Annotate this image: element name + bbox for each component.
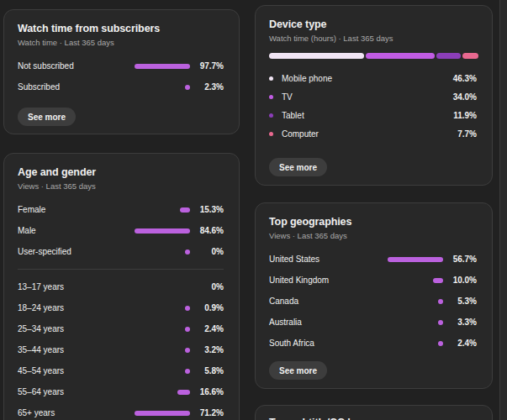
row-dot: [185, 249, 190, 255]
row-value: 2.4%: [448, 339, 477, 348]
right-column: Device type Watch time (hours) · Last 36…: [255, 5, 493, 420]
row-label: Australia: [269, 318, 388, 327]
legend-row-tv: TV34.0%: [269, 87, 477, 106]
row-dot: [185, 369, 190, 374]
stat-row-not-subscribed: Not subscribed97.7%: [18, 55, 224, 76]
stat-rows: Not subscribed97.7%Subscribed2.3%: [4, 49, 239, 97]
stat-row-male: Male84.6%: [18, 220, 224, 241]
group-divider: [18, 269, 224, 270]
row-bar-area: [135, 347, 190, 354]
row-label: 25–34 years: [18, 324, 135, 333]
row-label: 45–54 years: [18, 366, 135, 375]
row-label: United Kingdom: [269, 276, 388, 285]
stat-rows: Female15.3%Male84.6%User-specified0%13–1…: [4, 192, 239, 420]
card-title: Age and gender: [18, 165, 225, 179]
stack-segment-mobile-phone: [269, 53, 364, 59]
row-label: 13–17 years: [18, 282, 135, 291]
stat-row-united-states: United States56.7%: [269, 249, 477, 270]
card-subtitle: Views · Last 365 days: [18, 181, 225, 192]
card-partial-bottom: Top subtitle/CC languages: [255, 405, 493, 420]
legend-value: 7.7%: [445, 129, 477, 139]
row-dot: [438, 341, 443, 346]
legend-label: Computer: [282, 129, 440, 139]
row-bar-area: [135, 63, 190, 70]
row-dot: [185, 327, 190, 332]
row-label: User-specified: [18, 247, 135, 256]
row-label: 65+ years: [18, 408, 135, 417]
stat-row-female: Female15.3%: [18, 199, 224, 220]
row-value: 0%: [195, 282, 224, 291]
row-label: South Africa: [269, 339, 388, 348]
stat-row-18-24-years: 18–24 years0.9%: [18, 297, 224, 318]
row-label: Male: [18, 226, 135, 235]
stat-row-subscribed: Subscribed2.3%: [18, 76, 224, 97]
row-value: 2.3%: [195, 82, 224, 92]
row-value: 5.8%: [195, 366, 224, 375]
row-bar-area: [388, 319, 443, 326]
card-title: Top geographies: [269, 215, 478, 228]
row-dot: [185, 85, 190, 90]
row-label: Subscribed: [18, 82, 135, 92]
stat-row-25-34-years: 25–34 years2.4%: [18, 318, 224, 339]
device-legend: Mobile phone46.3%TV34.0%Tablet11.9%Compu…: [256, 59, 492, 143]
row-value: 97.7%: [195, 61, 224, 71]
see-more-button[interactable]: See more: [18, 108, 76, 126]
row-bar-area: [135, 389, 190, 396]
card-title: Top subtitle/CC languages: [269, 416, 478, 420]
row-dot: [438, 299, 443, 304]
row-bar-area: [388, 256, 443, 263]
row-bar-area: [135, 207, 190, 213]
row-value: 3.2%: [195, 345, 224, 354]
row-value: 84.6%: [195, 226, 224, 235]
row-value: 5.3%: [448, 297, 477, 306]
card-header: Device type Watch time (hours) · Last 36…: [256, 6, 492, 45]
row-bar-area: [135, 228, 190, 234]
row-value: 0.9%: [195, 303, 224, 312]
card-header: Top subtitle/CC languages: [256, 406, 492, 420]
stack-segment-tablet: [436, 53, 461, 59]
card-header: Top geographies Views · Last 365 days: [256, 203, 492, 242]
see-more-button[interactable]: See more: [269, 361, 327, 380]
stat-row-35-44-years: 35–44 years3.2%: [18, 339, 224, 360]
stack-segment-computer: [462, 53, 478, 59]
card-subtitle: Watch time (hours) · Last 365 days: [269, 33, 478, 45]
row-bar: [388, 257, 443, 262]
card-subtitle: Watch time · Last 365 days: [18, 37, 225, 49]
card-top-geographies: Top geographies Views · Last 365 days Un…: [255, 202, 493, 389]
row-value: 3.3%: [448, 318, 477, 327]
row-value: 71.2%: [195, 408, 224, 417]
row-label: Female: [18, 205, 135, 214]
row-label: Canada: [269, 297, 388, 306]
row-bar-area: [135, 249, 190, 255]
row-value: 10.0%: [448, 276, 477, 285]
row-label: Not subscribed: [18, 61, 135, 71]
device-stacked-bar: [269, 53, 478, 59]
row-bar: [135, 411, 190, 416]
legend-value: 11.9%: [445, 111, 477, 120]
row-bar: [180, 207, 190, 213]
legend-label: Tablet: [282, 111, 440, 120]
stat-row-canada: Canada5.3%: [269, 291, 477, 312]
legend-row-computer: Computer7.7%: [269, 124, 477, 143]
row-bar: [433, 278, 443, 283]
legend-value: 46.3%: [445, 74, 477, 83]
stat-row-south-africa: South Africa2.4%: [269, 333, 477, 354]
legend-dot: [269, 113, 273, 118]
content-right-divider: [499, 0, 507, 420]
see-more-button[interactable]: See more: [269, 158, 327, 176]
legend-label: TV: [282, 92, 440, 102]
row-bar-area: [135, 284, 190, 291]
left-column: Watch time from subscribers Watch time ·…: [3, 9, 240, 420]
row-bar: [177, 390, 190, 395]
row-bar-area: [388, 340, 443, 347]
card-title: Device type: [269, 18, 478, 31]
row-bar-area: [135, 305, 190, 312]
card-subtitle: Views · Last 365 days: [269, 230, 478, 242]
row-label: 35–44 years: [18, 345, 135, 354]
card-age-and-gender: Age and gender Views · Last 365 days Fem…: [3, 153, 240, 420]
stat-row-65-years: 65+ years71.2%: [18, 402, 224, 420]
card-device-type: Device type Watch time (hours) · Last 36…: [255, 5, 493, 186]
legend-row-tablet: Tablet11.9%: [269, 106, 477, 124]
row-value: 15.3%: [195, 205, 224, 214]
row-bar-area: [135, 368, 190, 375]
